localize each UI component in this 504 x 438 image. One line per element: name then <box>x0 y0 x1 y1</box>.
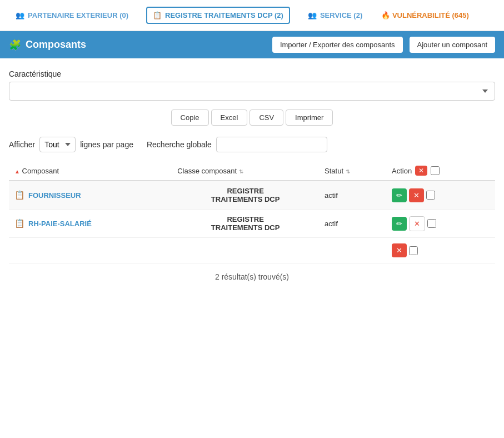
import-export-button[interactable]: Importer / Exporter des composants <box>272 37 403 53</box>
row-checkbox-2[interactable] <box>427 219 436 228</box>
section-header: 🧩 Composants Importer / Exporter des com… <box>0 31 504 58</box>
tab-vulnerabilite[interactable]: 🔥 VULNÉRABILITÉ (645) <box>380 7 476 24</box>
col-action-label: Action <box>392 167 412 175</box>
components-table: ▲ Composant Classe composant ⇅ Statut ⇅ … <box>9 161 495 263</box>
action-cell-1: ✏ ✕ <box>386 181 495 210</box>
col-action: Action ✕ <box>386 161 495 181</box>
action-buttons-3: ✕ <box>392 243 490 257</box>
table-row: 📋 FOURNISSEUR REGISTRETRAITEMENTS DCP ac… <box>9 181 495 210</box>
col-classe: Classe composant ⇅ <box>172 161 319 181</box>
col-composant[interactable]: ▲ Composant <box>9 161 172 181</box>
tab-registre[interactable]: 📋 REGISTRE TRAITEMENTS DCP (2) <box>146 7 290 24</box>
export-buttons-row: Copie Excel CSV Imprimer <box>9 109 495 126</box>
section-title: 🧩 Composants <box>9 39 266 51</box>
csv-button[interactable]: CSV <box>249 109 283 126</box>
afficher-row: Afficher Tout 10 25 50 100 ▼ lignes par … <box>9 137 495 152</box>
table-row: 📋 RH-PAIE-SALARIÉ REGISTRETRAITEMENTS DC… <box>9 210 495 238</box>
row-checkbox-3[interactable] <box>409 246 418 255</box>
statut-cell-2: actif <box>319 210 386 238</box>
tab-partenaire-label: PARTENAIRE EXTERIEUR (0) <box>28 11 128 19</box>
top-tabs: 👥 PARTENAIRE EXTERIEUR (0) 📋 REGISTRE TR… <box>0 0 504 31</box>
col-classe-label: Classe composant <box>177 167 237 175</box>
composant-icon-2: 📋 <box>14 218 25 228</box>
composant-cell-2: 📋 RH-PAIE-SALARIÉ <box>9 210 172 238</box>
caracteristique-label: Caractéristique <box>9 69 495 78</box>
action-delete-all-button[interactable]: ✕ <box>415 166 427 176</box>
composant-text-1: FOURNISSEUR <box>28 191 81 200</box>
puzzle-icon: 🧩 <box>9 39 21 51</box>
composant-text-2: RH-PAIE-SALARIÉ <box>28 220 92 228</box>
service-icon: 👥 <box>308 11 317 19</box>
action-buttons-2: ✏ ✕ <box>392 216 490 231</box>
delete-button-1[interactable]: ✕ <box>409 188 424 202</box>
sort-both-icon-statut: ⇅ <box>346 168 350 175</box>
tab-vulnerabilite-label: VULNÉRABILITÉ (645) <box>392 11 469 19</box>
classe-cell-2: REGISTRETRAITEMENTS DCP <box>172 210 319 238</box>
tab-service[interactable]: 👥 SERVICE (2) <box>301 7 369 24</box>
composant-icon-1: 📋 <box>14 190 25 200</box>
result-count: 2 résultat(s) trouvé(s) <box>9 272 495 281</box>
tab-registre-label: REGISTRE TRAITEMENTS DCP (2) <box>165 11 283 19</box>
tab-partenaire[interactable]: 👥 PARTENAIRE EXTERIEUR (0) <box>9 7 135 24</box>
col-composant-label: Composant <box>22 167 59 175</box>
action-buttons-1: ✏ ✕ <box>392 188 490 202</box>
section-title-text: Composants <box>26 39 86 51</box>
delete-button-2[interactable]: ✕ <box>409 216 425 231</box>
classe-cell-1: REGISTRETRAITEMENTS DCP <box>172 181 319 210</box>
row-checkbox-1[interactable] <box>426 191 435 200</box>
partenaire-icon: 👥 <box>16 11 24 19</box>
main-content: Caractéristique Copie Excel CSV Imprimer… <box>0 58 504 292</box>
copie-button[interactable]: Copie <box>171 109 209 126</box>
edit-button-2[interactable]: ✏ <box>392 217 407 231</box>
excel-button[interactable]: Excel <box>211 109 248 126</box>
composant-name-1: 📋 FOURNISSEUR <box>14 190 166 200</box>
recherche-input[interactable] <box>216 137 327 152</box>
action-cell-2: ✏ ✕ <box>386 210 495 238</box>
imprimer-button[interactable]: Imprimer <box>286 109 333 126</box>
statut-cell-3 <box>319 238 386 263</box>
edit-button-1[interactable]: ✏ <box>392 188 407 202</box>
vulnerabilite-icon: 🔥 <box>381 11 390 19</box>
afficher-select[interactable]: Tout 10 25 50 100 <box>39 137 76 152</box>
composant-cell-1: 📋 FOURNISSEUR <box>9 181 172 210</box>
recherche-label: Recherche globale <box>147 140 212 149</box>
classe-cell-3 <box>172 238 319 263</box>
statut-cell-1: actif <box>319 181 386 210</box>
tab-service-label: SERVICE (2) <box>320 11 362 19</box>
select-all-checkbox[interactable] <box>431 166 440 175</box>
composant-name-2: 📋 RH-PAIE-SALARIÉ <box>14 218 166 228</box>
table-row: ✕ <box>9 238 495 263</box>
action-header-cell: Action ✕ <box>392 166 490 176</box>
delete-button-3[interactable]: ✕ <box>392 243 407 257</box>
col-statut: Statut ⇅ <box>319 161 386 181</box>
caracteristique-group: Caractéristique <box>9 69 495 101</box>
action-cell-3: ✕ <box>386 238 495 263</box>
composant-cell-3 <box>9 238 172 263</box>
add-component-button[interactable]: Ajouter un composant <box>410 37 495 53</box>
afficher-label: Afficher <box>9 140 35 149</box>
page-container: 👥 PARTENAIRE EXTERIEUR (0) 📋 REGISTRE TR… <box>0 0 504 292</box>
lignes-par-page-label: lignes par page <box>80 140 133 149</box>
registre-icon: 📋 <box>153 11 162 19</box>
caracteristique-select[interactable] <box>9 82 495 101</box>
sort-both-icon-classe: ⇅ <box>239 168 243 175</box>
table-header-row: ▲ Composant Classe composant ⇅ Statut ⇅ … <box>9 161 495 181</box>
sort-asc-icon: ▲ <box>14 168 20 175</box>
col-statut-label: Statut <box>325 167 343 175</box>
